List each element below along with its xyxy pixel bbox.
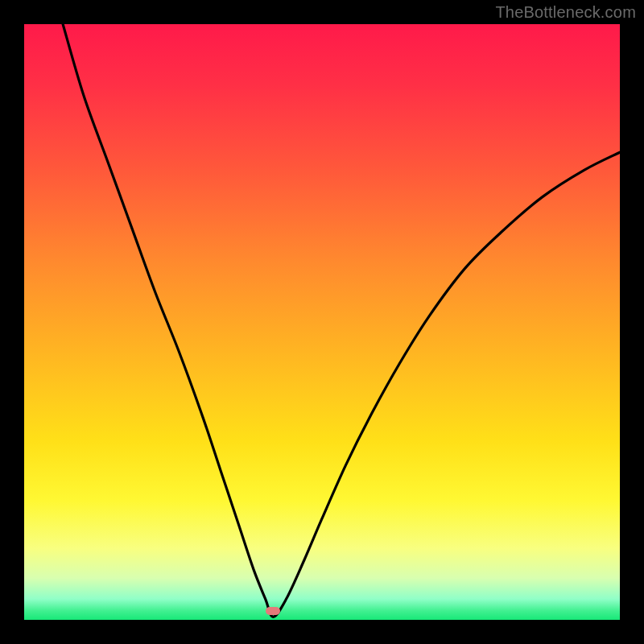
chart-frame: TheBottleneck.com — [0, 0, 644, 644]
plot-area — [24, 24, 620, 620]
watermark-text: TheBottleneck.com — [495, 3, 636, 22]
curve-line — [24, 24, 620, 620]
minimum-marker — [266, 607, 280, 615]
